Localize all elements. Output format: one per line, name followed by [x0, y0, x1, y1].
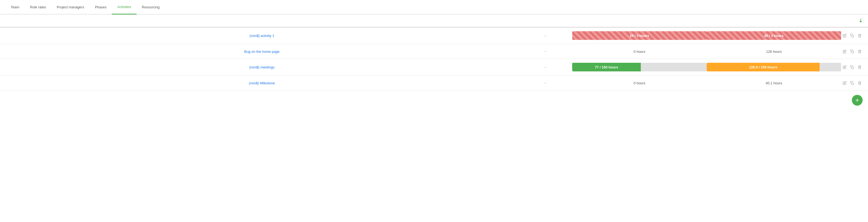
header-allocated [707, 18, 841, 24]
table-row: Bug on the home page-0 hours126 hours [0, 44, 868, 59]
table-body: (non$) activity 1-24 / 3 hours40 / 3 hou… [0, 27, 868, 90]
svg-rect-2 [851, 66, 854, 69]
svg-rect-3 [851, 82, 854, 85]
activity-actions [841, 81, 863, 85]
activity-logged: 24 / 3 hours [572, 31, 707, 40]
activity-name-link[interactable]: (non$) Milestone [249, 81, 275, 85]
table-header-row: ⇣ [0, 15, 868, 27]
activity-actions [841, 49, 863, 54]
activity-logged: 0 hours [572, 49, 707, 54]
download-icon[interactable]: ⇣ [859, 18, 863, 24]
copy-button[interactable] [849, 49, 855, 54]
svg-rect-0 [851, 35, 854, 37]
delete-button[interactable] [857, 49, 863, 54]
activities-table: ⇣ (non$) activity 1-24 / 3 hours40 / 3 h… [0, 15, 868, 110]
edit-button[interactable] [842, 49, 847, 54]
activity-logged: 77 / 150 hours [572, 63, 707, 72]
copy-button[interactable] [849, 65, 855, 70]
copy-button[interactable] [849, 33, 855, 38]
activity-duration: - [519, 34, 572, 38]
copy-button[interactable] [849, 81, 855, 85]
activity-name-link[interactable]: (non$) meetings [249, 65, 275, 69]
edit-button[interactable] [842, 33, 847, 38]
header-download-col: ⇣ [841, 18, 863, 24]
activity-name-link[interactable]: Bug on the home page [244, 50, 280, 54]
activity-allocated: 126 hours [707, 49, 841, 54]
tab-role-rates[interactable]: Role rates [25, 0, 51, 15]
table-row: (non$) activity 1-24 / 3 hours40 / 3 hou… [0, 27, 868, 44]
table-row: (non$) Milestone-0 hours40.1 hours [0, 76, 868, 90]
delete-button[interactable] [857, 65, 863, 70]
edit-button[interactable] [842, 81, 847, 85]
tab-project-managers[interactable]: Project managers [51, 0, 90, 15]
activity-name: Bug on the home page [5, 49, 519, 54]
activity-logged: 0 hours [572, 81, 707, 85]
tab-bar: TeamRole ratesProject managersPhasesActi… [0, 0, 868, 15]
activity-name-link[interactable]: (non$) activity 1 [250, 34, 274, 38]
tab-activities[interactable]: Activities [112, 0, 136, 15]
activity-actions [841, 65, 863, 70]
header-logged [572, 18, 707, 24]
tab-resourcing[interactable]: Resourcing [136, 0, 165, 15]
activity-name: (non$) activity 1 [5, 33, 519, 38]
activity-duration: - [519, 81, 572, 85]
activity-allocated: 40 / 3 hours [707, 31, 841, 40]
activity-allocated: 126.5 / 150 hours [707, 63, 841, 72]
tab-phases[interactable]: Phases [90, 0, 112, 15]
svg-rect-1 [851, 51, 854, 53]
activity-name: (non$) Milestone [5, 81, 519, 85]
table-row: (non$) meetings-77 / 150 hours126.5 / 15… [0, 59, 868, 76]
activity-duration: - [519, 65, 572, 69]
activity-name: (non$) meetings [5, 65, 519, 69]
header-duration [519, 18, 572, 24]
activity-allocated: 40.1 hours [707, 81, 841, 85]
add-activity-button[interactable]: + [852, 95, 863, 106]
activity-duration: - [519, 49, 572, 53]
header-name [5, 18, 519, 24]
tab-team[interactable]: Team [5, 0, 25, 15]
delete-button[interactable] [857, 33, 863, 38]
delete-button[interactable] [857, 81, 863, 85]
add-button-row: + [0, 90, 868, 110]
edit-button[interactable] [842, 65, 847, 70]
activity-actions [841, 33, 863, 38]
